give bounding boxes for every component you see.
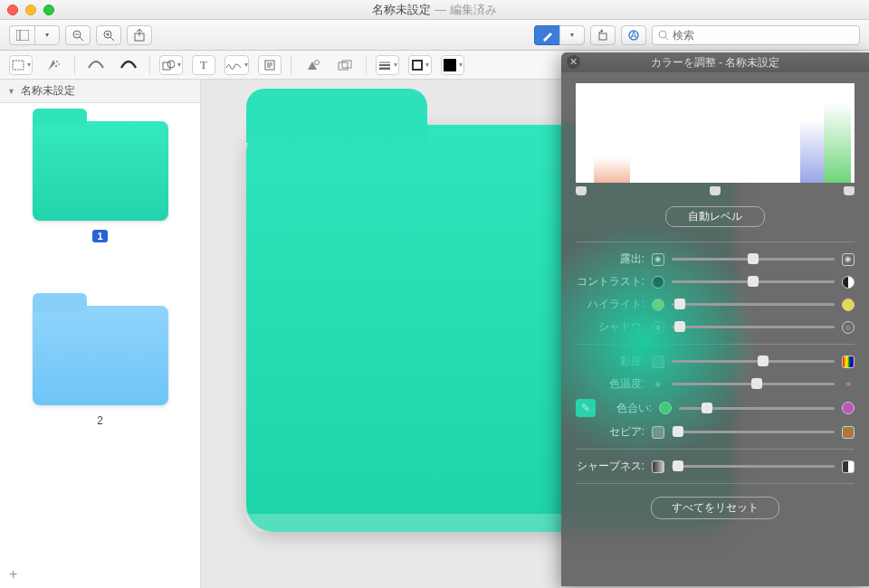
markup-dropdown[interactable]: ▾ bbox=[559, 25, 585, 45]
contrast-slider[interactable] bbox=[672, 280, 835, 283]
sign-button[interactable]: ▾ bbox=[224, 55, 249, 75]
reset-all-button[interactable]: すべてをリセット bbox=[651, 497, 779, 519]
exposure-slider[interactable] bbox=[672, 258, 835, 261]
markup-toggle-button[interactable] bbox=[534, 25, 559, 45]
highlights-slider[interactable] bbox=[672, 303, 835, 306]
view-mode-dropdown[interactable]: ▾ bbox=[34, 25, 60, 45]
shadows-slider[interactable] bbox=[672, 326, 835, 328]
toolbar-divider bbox=[74, 56, 75, 74]
histogram-white-handle[interactable] bbox=[844, 186, 855, 195]
window-title: 名称未設定 — 編集済み bbox=[0, 2, 869, 18]
svg-rect-32 bbox=[413, 61, 422, 70]
add-page-button[interactable]: + bbox=[0, 561, 200, 588]
slider-knob[interactable] bbox=[748, 276, 759, 287]
share-button[interactable] bbox=[127, 25, 152, 45]
temperature-slider[interactable] bbox=[672, 383, 835, 385]
window-title-main: 名称未設定 bbox=[372, 3, 431, 16]
adjust-color-button[interactable] bbox=[301, 55, 324, 75]
histogram-mid-handle[interactable] bbox=[710, 186, 721, 195]
sidebar-toggle-button[interactable] bbox=[9, 25, 34, 45]
histogram-black-handle[interactable] bbox=[576, 186, 587, 195]
svg-rect-19 bbox=[163, 62, 170, 70]
auto-levels-button[interactable]: 自動レベル bbox=[665, 206, 765, 227]
svg-line-6 bbox=[110, 37, 114, 41]
contrast-high-icon bbox=[842, 276, 855, 289]
highlights-label: ハイライト: bbox=[576, 297, 645, 312]
sepia-row: セピア: bbox=[576, 424, 855, 440]
slider-knob[interactable] bbox=[673, 426, 683, 437]
slider-knob[interactable] bbox=[758, 356, 769, 366]
slider-knob[interactable] bbox=[702, 403, 712, 413]
svg-marker-25 bbox=[308, 62, 317, 70]
slider-knob[interactable] bbox=[748, 253, 759, 264]
slider-knob[interactable] bbox=[674, 321, 685, 332]
main-toolbar: ▾ ▾ bbox=[0, 20, 869, 51]
search-input[interactable] bbox=[673, 29, 854, 42]
border-color-button[interactable]: ▾ bbox=[408, 55, 432, 75]
toolbar-divider bbox=[149, 56, 150, 74]
annotate-button[interactable] bbox=[621, 25, 646, 45]
exposure-row: 露出: ✺ ✺ bbox=[576, 251, 855, 267]
aperture-light-icon: ✺ bbox=[842, 253, 855, 266]
tint-green-icon bbox=[659, 402, 672, 414]
zoom-out-button[interactable] bbox=[65, 25, 91, 45]
temp-cool-icon: ❄ bbox=[652, 378, 664, 391]
sepia-label: セピア: bbox=[576, 424, 645, 440]
svg-point-13 bbox=[659, 31, 666, 38]
thumbnail-item[interactable]: 2 bbox=[0, 306, 200, 427]
sidebar-title: 名称未設定 bbox=[21, 83, 75, 99]
adjust-size-button[interactable] bbox=[333, 55, 357, 75]
svg-rect-0 bbox=[16, 30, 29, 41]
adjust-color-panel: ✕ カラーを調整 - 名称未設定 自動レベル 露出: ✺ ✺ コントラスト: ハ… bbox=[561, 52, 869, 586]
histogram-handles bbox=[576, 186, 855, 195]
slider-knob[interactable] bbox=[673, 460, 683, 471]
saturation-slider[interactable] bbox=[672, 360, 835, 363]
sidebar-header[interactable]: ▼ 名称未設定 bbox=[0, 80, 200, 103]
svg-rect-28 bbox=[342, 61, 351, 68]
eyedropper-button[interactable]: ✎ bbox=[576, 399, 596, 417]
svg-point-18 bbox=[55, 65, 57, 67]
contrast-low-icon bbox=[652, 276, 664, 289]
slider-group-2: 彩度: 色温度: ❄ ☀ ✎ 色合い: セピア: bbox=[561, 354, 869, 440]
window-titlebar: 名称未設定 — 編集済み bbox=[0, 0, 869, 20]
sharpness-slider[interactable] bbox=[672, 465, 835, 468]
sepia-slider[interactable] bbox=[672, 431, 835, 433]
rotate-button[interactable] bbox=[590, 25, 616, 45]
tint-slider[interactable] bbox=[679, 407, 835, 410]
tint-label: 色合い: bbox=[605, 401, 652, 416]
slider-knob[interactable] bbox=[674, 299, 685, 309]
draw-tool-button[interactable] bbox=[117, 55, 140, 75]
saturation-row: 彩度: bbox=[576, 354, 855, 369]
thumbnail-badge: 1 bbox=[92, 230, 107, 242]
sharp-low-icon bbox=[652, 460, 664, 473]
selection-tool-button[interactable]: ▾ bbox=[9, 55, 33, 75]
panel-titlebar[interactable]: ✕ カラーを調整 - 名称未設定 bbox=[561, 52, 869, 72]
saturation-low-icon bbox=[652, 356, 664, 368]
shadows-row: シャドウ: ◉ ○ bbox=[576, 319, 855, 335]
folder-icon bbox=[33, 306, 168, 405]
sharp-high-icon bbox=[842, 460, 855, 473]
thumbnail-item[interactable]: 1 bbox=[0, 121, 200, 242]
instant-alpha-button[interactable] bbox=[42, 55, 65, 75]
shadow-low-icon: ◉ bbox=[652, 321, 664, 334]
note-button[interactable] bbox=[258, 55, 282, 75]
panel-close-button[interactable]: ✕ bbox=[567, 55, 580, 69]
zoom-in-button[interactable] bbox=[96, 25, 121, 45]
slider-knob[interactable] bbox=[751, 378, 762, 389]
shadow-high-icon: ○ bbox=[842, 321, 855, 334]
sharpness-row: シャープネス: bbox=[576, 459, 855, 474]
thumbnail-list: 1 2 bbox=[0, 103, 200, 561]
tint-magenta-icon bbox=[842, 402, 855, 414]
histogram bbox=[576, 83, 855, 183]
fill-color-button[interactable]: ▾ bbox=[441, 55, 464, 75]
shapes-button[interactable]: ▾ bbox=[159, 55, 183, 75]
text-button[interactable]: T bbox=[192, 55, 215, 75]
fill-swatch bbox=[444, 59, 456, 71]
line-style-button[interactable]: ▾ bbox=[376, 55, 399, 75]
svg-rect-15 bbox=[13, 61, 24, 70]
search-field[interactable] bbox=[652, 25, 860, 45]
shadows-label: シャドウ: bbox=[576, 319, 645, 335]
sketch-tool-button[interactable] bbox=[84, 55, 108, 75]
toolbar-divider bbox=[366, 56, 367, 74]
svg-line-3 bbox=[80, 37, 83, 41]
